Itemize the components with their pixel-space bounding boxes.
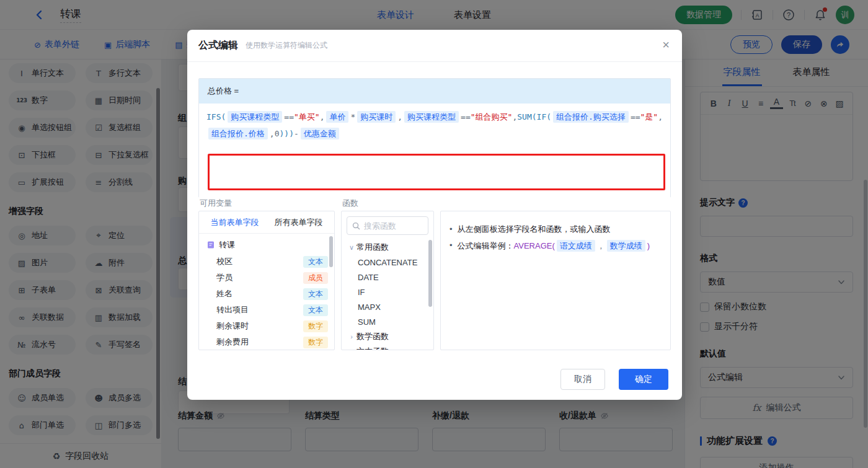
formula-help-panel: • 从左侧面板选择字段名和函数，或输入函数 • 公式编辑举例：AVERAGE(语…: [440, 211, 671, 350]
formula-result-label: 总价格 =: [199, 79, 670, 104]
formula-field-token: 购买课程类型: [404, 111, 459, 123]
variable-row[interactable]: 转出项目 文本: [199, 302, 334, 318]
variable-name: 剩余费用: [216, 337, 249, 348]
chevron-icon: ›: [347, 333, 356, 340]
function-row[interactable]: MAPX: [342, 299, 433, 314]
function-row[interactable]: SUM: [342, 314, 433, 329]
formula-token: ==: [631, 112, 640, 121]
function-name: DATE: [358, 273, 379, 282]
variable-type-badge: 成员: [303, 272, 328, 284]
function-row[interactable]: CONCATENATE: [342, 255, 433, 270]
formula-token: ,: [658, 112, 663, 121]
variable-type-badge: 数字: [303, 337, 328, 348]
formula-token: ==: [461, 112, 471, 121]
variable-name: 转出项目: [216, 304, 249, 316]
variables-panel: 当前表单字段所有表单字段 转课 校区 文本 学员 成员 姓名 文本 转出项目 文…: [198, 211, 335, 350]
function-row[interactable]: ∨ 常用函数: [342, 240, 433, 255]
chevron-icon: ∨: [347, 244, 356, 252]
variable-root-label: 转课: [219, 239, 235, 250]
formula-field-token: 组合报价.购买选择: [553, 111, 629, 123]
chevron-icon: ›: [347, 348, 356, 350]
modal-subtitle: 使用数学运算符编辑公式: [246, 40, 327, 51]
confirm-button[interactable]: 确定: [619, 369, 668, 390]
variable-name: 校区: [216, 256, 232, 267]
variable-rows: 校区 文本 学员 成员 姓名 文本 转出项目 文本 剩余课时 数字 剩余费用 数…: [199, 254, 334, 350]
formula-token: AVERAGE(: [514, 241, 555, 250]
variable-name: 学员: [216, 272, 232, 283]
formula-token: ))): [279, 129, 293, 138]
formula-field-token: 单价: [326, 111, 348, 123]
formula-token: -: [294, 129, 299, 138]
function-name: 文本函数: [356, 346, 389, 350]
function-name: SUM: [358, 317, 376, 327]
function-row[interactable]: › 文本函数: [342, 344, 433, 350]
formula-token: *: [350, 112, 355, 121]
form-doc-icon: [206, 241, 215, 249]
formula-token: ): [647, 241, 650, 250]
variable-type-badge: 数字: [303, 320, 328, 332]
function-row[interactable]: IF: [342, 285, 433, 299]
formula-token: SUM(IF(: [517, 112, 551, 121]
functions-scrollbar[interactable]: [428, 240, 432, 307]
functions-label: 函数: [342, 198, 358, 209]
formula-field-token: 购买课程类型: [228, 111, 282, 123]
help-bullet: • 从左侧面板选择字段名和函数，或输入函数: [450, 221, 662, 237]
variable-type-badge: 文本: [303, 304, 328, 316]
function-row[interactable]: DATE: [342, 270, 433, 285]
formula-token: ,: [320, 112, 325, 121]
formula-field-token: 购买课时: [357, 111, 396, 123]
variable-name: 剩余课时: [216, 320, 249, 332]
function-name: 常用函数: [356, 242, 389, 253]
functions-panel: ∨ 常用函数 CONCATENATE DATE IF MAPX SUM › 数学…: [341, 211, 434, 350]
variables-tab[interactable]: 当前表单字段: [211, 217, 259, 228]
variables-label: 可用变量: [200, 198, 232, 209]
function-search-input[interactable]: [364, 221, 420, 231]
help-bullet: • 公式编辑举例：AVERAGE(语文成绩，数学成绩): [450, 237, 662, 254]
help-example: 公式编辑举例：AVERAGE(语文成绩，数学成绩): [458, 237, 650, 254]
variable-row[interactable]: 剩余费用 数字: [199, 334, 334, 350]
variable-tree-root[interactable]: 转课: [199, 236, 334, 254]
function-name: CONCATENATE: [358, 258, 417, 267]
formula-input-area[interactable]: IFS(购买课程类型=="单买",单价*购买课时,购买课程类型=="组合购买",…: [199, 104, 670, 198]
function-name: 数学函数: [356, 331, 389, 342]
function-row[interactable]: › 数学函数: [342, 329, 433, 344]
formula-token: "单买": [294, 112, 320, 121]
variable-row[interactable]: 校区 文本: [199, 254, 334, 270]
formula-token: "组合购买": [471, 112, 513, 121]
help-example-prefix: 公式编辑举例：: [458, 241, 514, 250]
formula-token: ==: [284, 112, 294, 121]
formula-field-token: 组合报价.价格: [208, 128, 268, 139]
variable-row[interactable]: 剩余课时 数字: [199, 318, 334, 334]
formula-field-token: 数学成绩: [607, 240, 645, 252]
variable-type-badge: 文本: [303, 288, 328, 300]
variables-tabs: 当前表单字段所有表单字段: [199, 211, 334, 234]
formula-field-token: 语文成绩: [557, 240, 595, 252]
function-search: [347, 216, 428, 235]
variable-row[interactable]: 姓名 文本: [199, 286, 334, 302]
formula-editor-modal: 公式编辑 使用数学运算符编辑公式 × 总价格 = IFS(购买课程类型=="单买…: [187, 30, 682, 400]
variables-scrollbar[interactable]: [329, 236, 333, 267]
formula-token: "是": [640, 112, 658, 121]
variable-name: 姓名: [216, 288, 232, 299]
variable-row[interactable]: 学员 成员: [199, 270, 334, 286]
search-icon: [352, 222, 360, 230]
function-name: IF: [358, 288, 365, 297]
modal-title: 公式编辑: [198, 39, 238, 52]
bullet-dot: •: [450, 221, 453, 237]
formula-field-token: 优惠金额: [301, 128, 339, 139]
bullet-dot: •: [450, 237, 453, 254]
function-rows: ∨ 常用函数 CONCATENATE DATE IF MAPX SUM › 数学…: [342, 240, 433, 350]
cancel-button[interactable]: 取消: [560, 369, 605, 390]
close-icon[interactable]: ×: [662, 38, 670, 51]
formula-editor: 总价格 = IFS(购买课程类型=="单买",单价*购买课时,购买课程类型=="…: [198, 78, 671, 198]
app-screen: 转课 表单设计表单设置 数据管理 A ? 训 ⊘ 表单外链: [0, 0, 868, 468]
formula-token: ,: [397, 112, 402, 121]
modal-header: 公式编辑 使用数学运算符编辑公式: [187, 30, 682, 62]
variables-tab[interactable]: 所有表单字段: [275, 217, 323, 228]
formula-token: ,0: [270, 129, 280, 138]
formula-token: IFS(: [206, 112, 226, 121]
help-example-tokens: AVERAGE(语文成绩，数学成绩): [514, 241, 650, 250]
variable-type-badge: 文本: [303, 256, 328, 268]
help-text: 从左侧面板选择字段名和函数，或输入函数: [458, 221, 611, 237]
formula-token: ，: [597, 241, 605, 250]
